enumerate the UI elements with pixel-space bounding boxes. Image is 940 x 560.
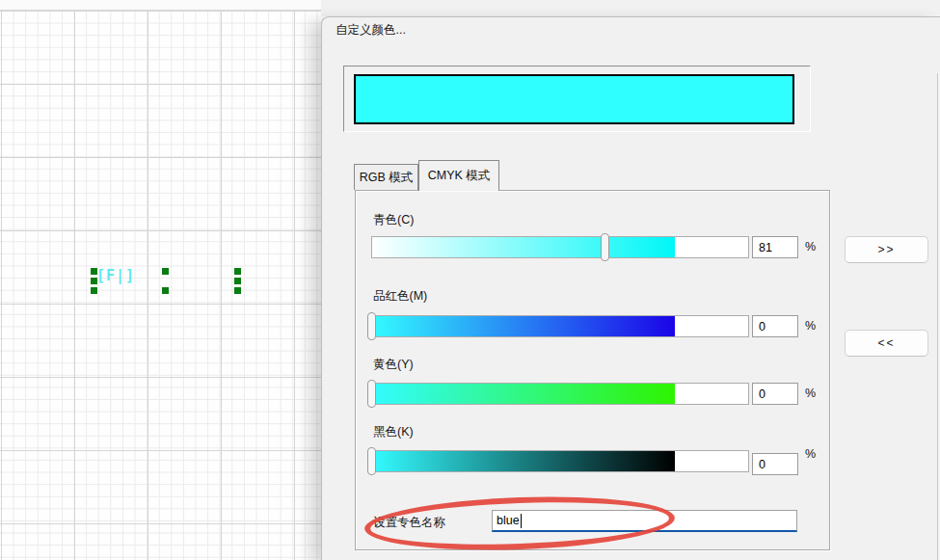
magenta-slider-label: 品红色(M) [373,288,427,305]
color-preview-frame [343,66,811,132]
yellow-gradient [372,384,675,404]
tab-cmyk-mode[interactable]: CMYK 模式 [418,160,499,191]
yellow-slider-track[interactable] [371,383,749,405]
cyan-gradient [372,237,675,257]
magenta-gradient [372,316,675,336]
forward-button[interactable]: >> [845,236,928,263]
window-background [321,0,940,16]
tab-rgb-label: RGB 模式 [360,170,414,186]
cmyk-panel: 青色(C) 81 % 品红色(M) 0 % 黄色(Y) 0 % [355,190,830,550]
selection-handle-bottom-left[interactable] [91,287,97,294]
screen: [F|] 自定义颜色... RGB 模式 CMYK 模式 青色(C) 81 % [0,0,940,560]
selected-text-object[interactable]: [F|] [96,268,135,284]
magenta-slider-handle[interactable] [367,312,376,340]
selection-handle-mid-right[interactable] [234,278,241,284]
spot-color-name-input[interactable]: blue [492,510,797,532]
magenta-slider-track[interactable] [371,315,749,337]
tab-cmyk-label: CMYK 模式 [428,168,491,184]
yellow-value-input[interactable]: 0 [752,383,798,405]
black-value-input[interactable]: 0 [752,453,798,475]
black-gradient [372,451,675,471]
yellow-percent-sign: % [805,387,816,400]
cyan-percent-sign: % [805,240,816,253]
selection-handle-bottom-right[interactable] [234,287,241,294]
selection-handle-top-mid[interactable] [162,268,169,275]
custom-color-dialog: 自定义颜色... RGB 模式 CMYK 模式 青色(C) 81 % 品红色(M… [321,16,940,560]
text-caret [521,514,522,528]
cyan-value-input[interactable]: 81 [752,236,798,258]
color-preview-swatch [354,74,794,124]
selection-handle-top-right[interactable] [234,268,241,275]
selection-handle-bottom-mid[interactable] [162,287,169,294]
black-slider-track[interactable] [371,450,749,472]
black-percent-sign: % [805,447,816,461]
black-slider-handle[interactable] [367,447,376,475]
cyan-slider-handle[interactable] [601,233,609,261]
tab-rgb-mode[interactable]: RGB 模式 [354,164,418,190]
black-slider-label: 黑色(K) [373,424,414,440]
yellow-slider-label: 黄色(Y) [373,357,414,373]
yellow-slider-handle[interactable] [367,380,376,408]
cyan-slider-label: 青色(C) [373,212,414,228]
back-button[interactable]: << [845,330,928,357]
cyan-slider-track[interactable] [371,236,749,258]
spot-color-name-value: blue [497,514,520,527]
dialog-title: 自定义颜色... [336,22,406,39]
magenta-percent-sign: % [805,319,816,333]
magenta-value-input[interactable]: 0 [752,315,798,337]
spot-color-name-label: 设置专色名称 [373,515,445,531]
